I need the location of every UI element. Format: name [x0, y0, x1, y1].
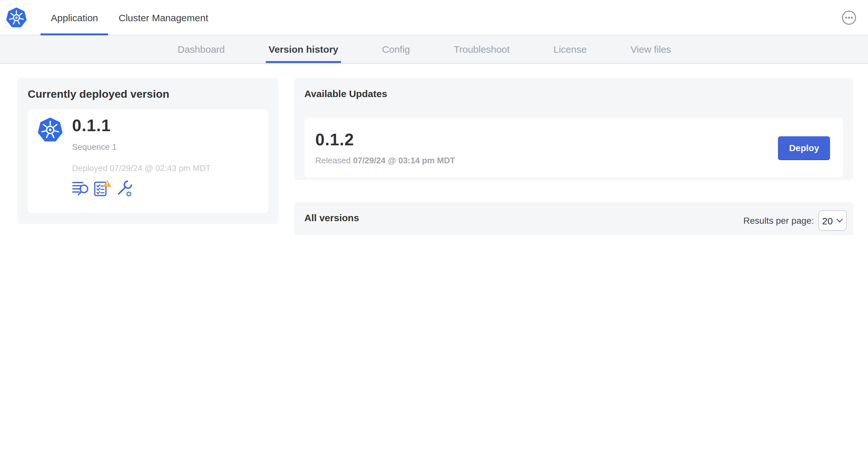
admin-console-page: Application Cluster Management Dashboard…: [0, 0, 868, 235]
top-nav-tabs: Application Cluster Management: [40, 0, 218, 35]
currently-deployed-card: Currently deployed version 0.1.1 Sequenc…: [18, 78, 279, 224]
tab-view-files[interactable]: View files: [628, 35, 674, 63]
all-versions-card: All versions Results per page: 20 0.1.1 …: [294, 202, 853, 235]
available-updates-title: Available Updates: [304, 88, 843, 99]
tab-troubleshoot[interactable]: Troubleshoot: [451, 35, 512, 63]
currently-deployed-title: Currently deployed version: [28, 88, 268, 101]
tab-license[interactable]: License: [551, 35, 589, 63]
tab-dashboard[interactable]: Dashboard: [175, 35, 227, 63]
app-kubernetes-icon: [37, 116, 63, 143]
results-per-page-control: Results per page: 20: [743, 210, 847, 231]
available-updates-card: Available Updates 0.1.2 Released 07/29/2…: [294, 78, 853, 180]
release-notes-icon[interactable]: [72, 179, 89, 197]
update-released-timestamp: Released 07/29/24 @ 03:14 pm MDT: [315, 156, 455, 165]
current-version-actions: [72, 179, 211, 197]
available-update-details: 0.1.2 Released 07/29/24 @ 03:14 pm MDT: [315, 130, 455, 165]
results-per-page-select[interactable]: 20: [818, 210, 847, 231]
tab-application[interactable]: Application: [40, 0, 108, 35]
released-date: 07/29/24 @ 03:14 pm MDT: [353, 156, 455, 165]
tab-cluster-management[interactable]: Cluster Management: [108, 0, 218, 35]
currently-deployed-details: 0.1.1 Sequence 1 Deployed 07/29/24 @ 02:…: [72, 116, 211, 206]
currently-deployed-panel: 0.1.1 Sequence 1 Deployed 07/29/24 @ 02:…: [28, 109, 268, 213]
edit-config-icon[interactable]: [116, 179, 133, 197]
tab-version-history[interactable]: Version history: [266, 35, 341, 63]
preflight-checks-warning-icon[interactable]: [94, 179, 111, 197]
deploy-button[interactable]: Deploy: [778, 136, 830, 159]
current-version-sequence: Sequence 1: [72, 142, 211, 152]
app-sub-nav: Dashboard Version history Config Trouble…: [0, 35, 868, 64]
more-options-icon[interactable]: [842, 10, 857, 25]
current-version-deployed-timestamp: Deployed 07/29/24 @ 02:43 pm MDT: [72, 163, 211, 173]
results-per-page-label: Results per page:: [743, 215, 814, 226]
top-nav: Application Cluster Management: [0, 0, 868, 35]
tab-config[interactable]: Config: [380, 35, 413, 63]
available-update-row: 0.1.2 Released 07/29/24 @ 03:14 pm MDT D…: [304, 118, 843, 177]
current-version-number: 0.1.1: [72, 116, 211, 136]
released-prefix: Released: [315, 156, 351, 165]
update-version-number: 0.1.2: [315, 130, 455, 150]
kubernetes-logo-icon[interactable]: [6, 6, 27, 29]
chevron-down-icon: [837, 218, 843, 223]
results-per-page-value: 20: [822, 215, 833, 226]
